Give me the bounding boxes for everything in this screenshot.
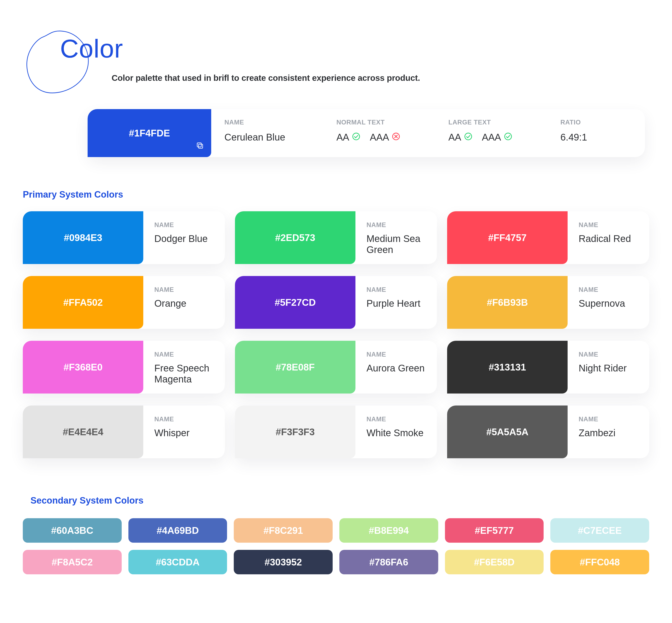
color-chip[interactable]: #5A5A5A — [447, 406, 568, 458]
secondary-section-heading: Secondary System Colors — [30, 496, 649, 506]
color-chip[interactable]: #78E08F — [235, 341, 356, 393]
color-chip[interactable]: #FF4757 — [447, 211, 568, 264]
label-normal-text: NORMAL TEXT — [336, 119, 449, 126]
color-chip[interactable]: #5F27CD — [235, 276, 356, 329]
color-meta: NAMEOrange — [143, 276, 225, 329]
svg-rect-0 — [198, 144, 202, 148]
color-card: #FFA502NAMEOrange — [23, 276, 225, 329]
color-meta: NAMERadical Red — [568, 211, 649, 264]
pass-icon — [464, 132, 472, 143]
primary-section-heading: Primary System Colors — [23, 189, 649, 200]
color-meta: NAMENight Rider — [568, 341, 649, 393]
name-label: NAME — [579, 416, 649, 423]
label-ratio: RATIO — [560, 119, 632, 126]
color-chip[interactable]: #F3F3F3 — [235, 406, 356, 458]
color-name: White Smoke — [366, 427, 437, 438]
color-name: Supernova — [579, 298, 649, 309]
color-card: #E4E4E4NAMEWhisper — [23, 406, 225, 458]
featured-swatch[interactable]: #1F4FDE — [88, 109, 211, 157]
color-meta: NAMESupernova — [568, 276, 649, 329]
large-aa: AA — [448, 132, 472, 143]
rating-label: AA — [336, 132, 349, 143]
normal-aaa: AAA — [370, 132, 400, 143]
color-meta: NAMEAurora Green — [356, 341, 437, 393]
featured-name: Cerulean Blue — [224, 132, 336, 143]
featured-color-card: #1F4FDE NAME Cerulean Blue NORMAL TEXT A… — [88, 109, 645, 157]
secondary-color-grid: #60A3BC#4A69BD#F8C291#B8E994#EF5777#C7EC… — [23, 518, 649, 574]
primary-color-grid: #0984E3NAMEDodger Blue#2ED573NAMEMedium … — [23, 211, 649, 458]
color-card: #313131NAMENight Rider — [447, 341, 649, 393]
color-chip[interactable]: #E4E4E4 — [23, 406, 143, 458]
color-card: #F3F3F3NAMEWhite Smoke — [235, 406, 437, 458]
name-label: NAME — [154, 351, 225, 358]
color-card: #5A5A5ANAMEZambezi — [447, 406, 649, 458]
rating-label: AAA — [370, 132, 389, 143]
color-chip[interactable]: #FFA502 — [23, 276, 143, 329]
secondary-color-pill[interactable]: #C7ECEE — [550, 518, 649, 543]
name-label: NAME — [154, 286, 225, 294]
rating-label: AA — [448, 132, 461, 143]
page-header: Color Color palette that used in brifl t… — [23, 34, 649, 83]
color-meta: NAMEZambezi — [568, 406, 649, 458]
color-meta: NAMEWhisper — [143, 406, 225, 458]
secondary-color-pill[interactable]: #4A69BD — [129, 518, 227, 543]
color-meta: NAMEPurple Heart — [356, 276, 437, 329]
page-subtitle: Color palette that used in brifl to crea… — [112, 73, 649, 83]
secondary-color-pill[interactable]: #63CDDA — [129, 550, 227, 574]
secondary-color-pill[interactable]: #60A3BC — [23, 518, 122, 543]
color-meta: NAMEDodger Blue — [143, 211, 225, 264]
color-name: Whisper — [154, 427, 225, 438]
name-label: NAME — [366, 221, 437, 229]
secondary-color-pill[interactable]: #303952 — [234, 550, 333, 574]
pass-icon — [504, 132, 512, 143]
color-name: Aurora Green — [366, 363, 437, 374]
label-name: NAME — [224, 119, 336, 126]
color-card: #5F27CDNAMEPurple Heart — [235, 276, 437, 329]
rating-label: AAA — [482, 132, 501, 143]
svg-point-4 — [465, 133, 472, 140]
color-meta: NAMEMedium Sea Green — [356, 211, 437, 264]
featured-info: NAME Cerulean Blue NORMAL TEXT AA AAA — [211, 109, 645, 157]
name-label: NAME — [579, 286, 649, 294]
large-aaa: AAA — [482, 132, 512, 143]
color-name: Radical Red — [579, 233, 649, 244]
secondary-color-pill[interactable]: #F8C291 — [234, 518, 333, 543]
pass-icon — [352, 132, 360, 143]
page-title: Color — [60, 34, 649, 63]
color-name: Free Speech Magenta — [154, 363, 225, 385]
color-card: #2ED573NAMEMedium Sea Green — [235, 211, 437, 264]
color-meta: NAMEFree Speech Magenta — [143, 341, 225, 393]
color-name: Orange — [154, 298, 225, 309]
name-label: NAME — [579, 221, 649, 229]
large-text-ratings: AA AAA — [448, 132, 560, 143]
label-large-text: LARGE TEXT — [448, 119, 560, 126]
color-name: Dodger Blue — [154, 233, 225, 244]
secondary-color-pill[interactable]: #F8A5C2 — [23, 550, 122, 574]
color-card: #0984E3NAMEDodger Blue — [23, 211, 225, 264]
color-card: #78E08FNAMEAurora Green — [235, 341, 437, 393]
name-label: NAME — [366, 286, 437, 294]
secondary-color-pill[interactable]: #786FA6 — [339, 550, 438, 574]
secondary-color-pill[interactable]: #EF5777 — [445, 518, 544, 543]
color-chip[interactable]: #2ED573 — [235, 211, 356, 264]
name-label: NAME — [579, 351, 649, 358]
svg-point-2 — [353, 133, 360, 140]
normal-aa: AA — [336, 132, 360, 143]
color-card: #F6B93BNAMESupernova — [447, 276, 649, 329]
color-name: Zambezi — [579, 427, 649, 438]
color-chip[interactable]: #F368E0 — [23, 341, 143, 393]
svg-rect-1 — [197, 143, 201, 147]
secondary-color-pill[interactable]: #FFC048 — [550, 550, 649, 574]
color-card: #FF4757NAMERadical Red — [447, 211, 649, 264]
color-chip[interactable]: #F6B93B — [447, 276, 568, 329]
copy-icon[interactable] — [196, 141, 204, 152]
color-card: #F368E0NAMEFree Speech Magenta — [23, 341, 225, 393]
secondary-color-pill[interactable]: #F6E58D — [445, 550, 544, 574]
color-name: Medium Sea Green — [366, 233, 437, 255]
secondary-color-pill[interactable]: #B8E994 — [339, 518, 438, 543]
featured-ratio: 6.49:1 — [560, 132, 632, 143]
color-chip[interactable]: #0984E3 — [23, 211, 143, 264]
name-label: NAME — [366, 416, 437, 423]
color-name: Night Rider — [579, 363, 649, 374]
color-chip[interactable]: #313131 — [447, 341, 568, 393]
